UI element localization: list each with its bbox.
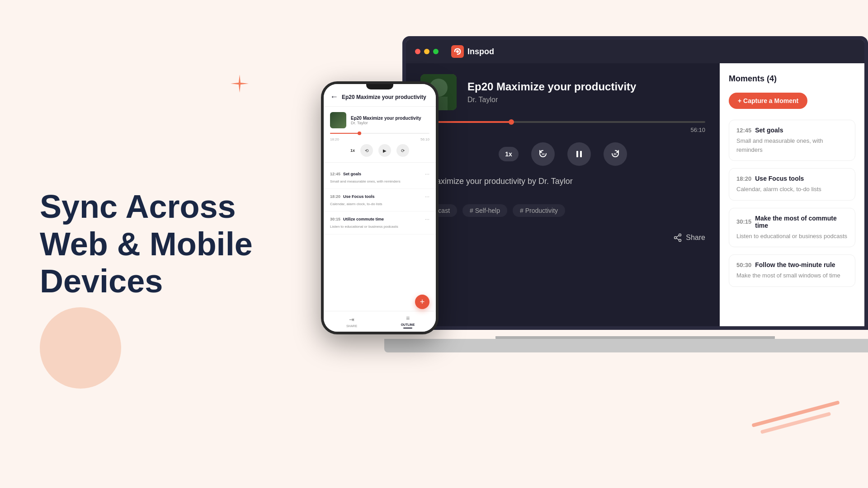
episode-info: Ep20 Maximize your productivity Dr. Tayl… — [467, 80, 705, 104]
right-section: Inspod — [344, 0, 868, 488]
phone-mini-info: Ep20 Maximize your productivity Dr. Tayl… — [330, 112, 429, 128]
moment-title-1: Set goals — [755, 127, 783, 134]
hero-title: Sync Across Web & Mobile Devices — [40, 188, 344, 300]
moment-title-3: Make the most of commute time — [755, 215, 848, 229]
phone-moment-desc-1: Small and measurable ones, with reminder… — [330, 179, 429, 184]
phone-nav-share[interactable]: ⇥ SHARE — [324, 316, 380, 328]
star-decoration — [231, 75, 249, 97]
svg-text:30: 30 — [613, 153, 617, 155]
phone-moment-time-title-1: 12:45 Set goals — [330, 172, 361, 176]
phone-bottom-nav: ⇥ SHARE ≡ OUTLINE — [324, 311, 436, 332]
moment-time-title-1: 12:45 Set goals — [736, 127, 848, 134]
phone-rewind-button[interactable]: ⟲ — [360, 144, 373, 157]
app-name: Inspod — [467, 47, 494, 56]
phone-nav-outline-label: OUTLINE — [401, 323, 415, 326]
phone-moment-time-title-2: 18:20 Use Focus tools — [330, 194, 375, 199]
moment-card-3: 30:15 Make the most of commute time List… — [729, 208, 855, 248]
phone-mini-ep: Ep20 Maximize your productivity — [351, 116, 421, 121]
phone-episode-title: Ep20 Maximize your productivity — [342, 94, 426, 100]
laptop-screen: Inspod — [402, 36, 868, 330]
phone-mini-author: Dr. Taylor — [351, 121, 421, 125]
phone-controls: 1x ⟲ ▶ ⟳ — [330, 144, 429, 157]
app-main: Ep20 Maximize your productivity Dr. Tayl… — [406, 63, 864, 326]
ep-desc-line: 0. Maximize your productivity by Dr. Tay… — [420, 177, 705, 186]
phone-mini-player: Ep20 Maximize your productivity Dr. Tayl… — [324, 107, 436, 163]
phone-moment-title-3: Utilize commute time — [343, 217, 384, 221]
moment-card-1: 12:45 Set goals Small and measurable one… — [729, 120, 855, 161]
phone-moment-time-title-3: 30:15 Utilize commute time — [330, 217, 384, 221]
svg-line-14 — [676, 238, 679, 240]
phone-speed[interactable]: 1x — [350, 148, 355, 153]
circle-decoration — [40, 307, 121, 389]
app-titlebar: Inspod — [406, 40, 864, 63]
moment-time-2: 18:20 — [736, 175, 751, 182]
laptop-body — [384, 339, 868, 352]
forward-30-button[interactable]: 30 — [604, 142, 627, 166]
episode-description: 0. Maximize your productivity by Dr. Tay… — [406, 177, 720, 204]
phone-moment-time-2: 18:20 — [330, 194, 340, 199]
hero-section: Sync Across Web & Mobile Devices — [0, 0, 344, 488]
svg-point-12 — [675, 237, 677, 239]
phone-moment-3: 30:15 Utilize commute time ··· Listen to… — [324, 211, 436, 234]
capture-moment-button[interactable]: + Capture a Moment — [729, 93, 807, 109]
phone-moment-header-3: 30:15 Utilize commute time ··· — [330, 216, 429, 222]
svg-point-1 — [456, 50, 459, 53]
moment-desc-3: Listen to educational or business podcas… — [736, 232, 848, 241]
laptop: Inspod — [402, 36, 868, 352]
phone-mini-text: Ep20 Maximize your productivity Dr. Tayl… — [351, 116, 421, 125]
pause-button[interactable] — [567, 142, 591, 166]
phone-time-row: 18:20 56:10 — [330, 137, 429, 141]
phone-screen: ← Ep20 Maximize your productivity Ep20 M… — [324, 84, 436, 332]
phone-moment-title-2: Use Focus tools — [343, 194, 375, 199]
titlebar-dot-yellow[interactable] — [424, 49, 429, 54]
progress-track[interactable] — [420, 121, 705, 123]
phone-progress[interactable] — [330, 133, 429, 134]
phone-moment-header-2: 18:20 Use Focus tools ··· — [330, 193, 429, 200]
svg-text:10: 10 — [542, 153, 545, 155]
phone-moment-dots-3[interactable]: ··· — [425, 216, 429, 222]
moment-time-1: 12:45 — [736, 127, 751, 134]
share-row[interactable]: Share — [406, 226, 720, 249]
phone-moment-2: 18:20 Use Focus tools ··· Calendar, alar… — [324, 189, 436, 211]
episode-author: Dr. Taylor — [467, 96, 705, 104]
tag-productivity[interactable]: # Productivity — [513, 204, 565, 217]
phone-progress-fill — [330, 133, 360, 134]
moment-desc-2: Calendar, alarm clock, to-do lists — [736, 185, 848, 194]
episode-header: Ep20 Maximize your productivity Dr. Tayl… — [406, 63, 720, 121]
phone-moment-dots-1[interactable]: ··· — [425, 171, 429, 177]
titlebar-dot-green[interactable] — [433, 49, 439, 54]
rewind-10-button[interactable]: 10 — [531, 142, 555, 166]
inspod-app: Inspod — [406, 40, 864, 326]
episode-title: Ep20 Maximize your productivity — [467, 80, 705, 93]
moments-sidebar: Moments (4) + Capture a Moment 12:45 Set… — [720, 63, 864, 326]
phone-moments-list: 12:45 Set goals ··· Small and measurable… — [324, 163, 436, 238]
phone-time-current: 18:20 — [330, 137, 339, 141]
tag-self-help[interactable]: # Self-help — [462, 204, 507, 217]
share-label: Share — [686, 234, 705, 242]
app-logo-area: Inspod — [451, 45, 494, 58]
progress-times: 18:20 56:10 — [420, 127, 705, 133]
moment-time-3: 30:15 — [736, 218, 751, 225]
phone-back-button[interactable]: ← — [330, 92, 338, 102]
phone-moment-title-1: Set goals — [343, 172, 361, 176]
phone-nav-outline[interactable]: ≡ OUTLINE — [380, 314, 436, 328]
moment-title-2: Use Focus tools — [755, 175, 804, 182]
progress-area[interactable]: 18:20 56:10 — [406, 121, 720, 133]
phone-moment-time-3: 30:15 — [330, 217, 340, 221]
phone-notch — [366, 84, 393, 89]
phone-forward-button[interactable]: ⟳ — [396, 144, 409, 157]
player-controls: 1x 10 — [406, 142, 720, 177]
phone-moment-header-1: 12:45 Set goals ··· — [330, 171, 429, 177]
moment-card-2: 18:20 Use Focus tools Calendar, alarm cl… — [729, 168, 855, 201]
phone-fab-button[interactable]: + — [415, 295, 429, 309]
moment-desc-1: Small and measurable ones, with reminder… — [736, 136, 848, 154]
phone-moment-dots-2[interactable]: ··· — [425, 193, 429, 200]
phone-moment-desc-3: Listen to educational or business podcas… — [330, 224, 429, 229]
speed-control[interactable]: 1x — [499, 147, 519, 161]
time-total: 56:10 — [690, 127, 705, 133]
moment-time-title-2: 18:20 Use Focus tools — [736, 175, 848, 182]
phone-play-button[interactable]: ▶ — [378, 144, 391, 157]
phone-share-icon: ⇥ — [349, 316, 354, 323]
player-area: Ep20 Maximize your productivity Dr. Tayl… — [406, 63, 720, 326]
titlebar-dot-red[interactable] — [415, 49, 420, 54]
